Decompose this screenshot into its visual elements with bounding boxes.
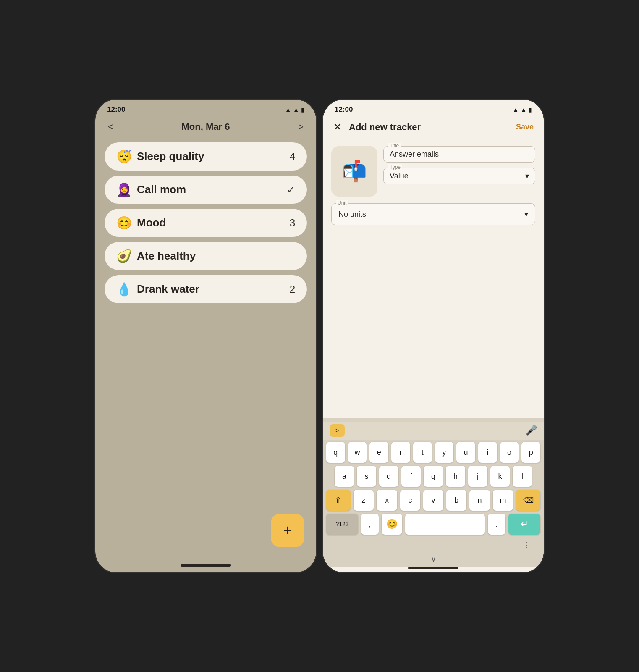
tracker-list: 😴 Sleep quality 4 🧕 Call mom ✓ 😊 Mo <box>95 138 316 505</box>
microphone-button[interactable]: 🎤 <box>526 425 537 436</box>
fab-icon: + <box>283 522 292 539</box>
keyboard-toolbar: > 🎤 <box>323 422 544 440</box>
key-d[interactable]: d <box>379 466 398 487</box>
save-button[interactable]: Save <box>516 123 534 131</box>
right-status-bar: 12:00 ▲ ▲ ▮ <box>323 100 544 117</box>
type-select-value: Value <box>390 172 409 181</box>
keyboard-collapse-button[interactable]: ∨ <box>431 554 436 564</box>
enter-key[interactable]: ↵ <box>508 514 540 535</box>
key-h[interactable]: h <box>446 466 465 487</box>
left-screen: 12:00 ▲ ▲ ▮ < Mon, Mar 6 > 😴 Sleep qua <box>95 100 316 572</box>
key-u[interactable]: u <box>456 442 475 463</box>
top-bar-left: ✕ Add new tracker <box>333 121 421 134</box>
shift-key[interactable]: ⇧ <box>326 490 351 511</box>
type-field-label: Type <box>388 164 402 170</box>
key-r[interactable]: r <box>391 442 410 463</box>
signal-icon: ▲ <box>293 106 299 113</box>
tracker-left: 🧕 Call mom <box>116 183 186 196</box>
right-signal-icon: ▲ <box>521 106 526 113</box>
key-j[interactable]: j <box>468 466 487 487</box>
key-g[interactable]: g <box>424 466 443 487</box>
keyboard-bottom-bar: ⋮⋮⋮ <box>323 538 544 553</box>
period-key[interactable]: . <box>488 514 505 535</box>
add-tracker-fab[interactable]: + <box>271 514 304 547</box>
key-p[interactable]: p <box>521 442 540 463</box>
key-w[interactable]: w <box>348 442 367 463</box>
tracker-item-sleep[interactable]: 😴 Sleep quality 4 <box>105 142 307 171</box>
current-date: Mon, Mar 6 <box>182 121 230 132</box>
unit-select-value: No units <box>338 210 366 219</box>
atehealthy-name: Ate healthy <box>137 249 196 262</box>
right-status-time: 12:00 <box>335 105 353 114</box>
mood-emoji: 😊 <box>116 217 132 229</box>
key-c[interactable]: c <box>400 490 420 511</box>
keyboard-row-3: ⇧ z x c v b n m ⌫ <box>326 490 540 511</box>
key-b[interactable]: b <box>446 490 466 511</box>
comma-key[interactable]: , <box>361 514 379 535</box>
key-f[interactable]: f <box>401 466 421 487</box>
keyboard-area: > 🎤 q w e r t y u i o <box>323 418 544 567</box>
left-status-bar: 12:00 ▲ ▲ ▮ <box>95 100 316 117</box>
emoji-key[interactable]: 😊 <box>382 514 402 535</box>
mood-name: Mood <box>137 216 166 229</box>
close-button[interactable]: ✕ <box>333 121 342 134</box>
form-row-top: 📬 Title Type Value ▾ <box>331 146 535 197</box>
type-dropdown-arrow: ▾ <box>525 171 529 181</box>
key-o[interactable]: o <box>500 442 519 463</box>
type-field-group[interactable]: Type Value ▾ <box>383 168 535 184</box>
keyboard-row-1: q w e r t y u i o p <box>326 442 540 463</box>
key-t[interactable]: t <box>413 442 432 463</box>
atehealthy-emoji: 🥑 <box>116 250 132 262</box>
space-key[interactable] <box>405 514 485 535</box>
tracker-item-atehealthy[interactable]: 🥑 Ate healthy <box>105 242 307 270</box>
drankwater-name: Drank water <box>137 283 199 296</box>
tracker-item-callmom[interactable]: 🧕 Call mom ✓ <box>105 176 307 204</box>
key-n[interactable]: n <box>469 490 490 511</box>
key-m[interactable]: m <box>493 490 513 511</box>
type-select-row: Value ▾ <box>390 171 529 181</box>
home-indicator <box>181 564 231 567</box>
page-title: Add new tracker <box>349 122 421 133</box>
title-input[interactable] <box>390 150 529 159</box>
key-k[interactable]: k <box>490 466 510 487</box>
key-y[interactable]: y <box>435 442 454 463</box>
unit-field-label: Unit <box>336 200 348 206</box>
key-s[interactable]: s <box>357 466 376 487</box>
keyboard-row-2: a s d f g h j k l <box>326 466 540 487</box>
emoji-picker-button[interactable]: 📬 <box>331 146 377 197</box>
key-q[interactable]: q <box>326 442 345 463</box>
tracker-item-drankwater[interactable]: 💧 Drank water 2 <box>105 275 307 303</box>
backspace-key[interactable]: ⌫ <box>516 490 540 511</box>
key-v[interactable]: v <box>423 490 443 511</box>
keyboard-chevron-bar: ∨ <box>323 553 544 567</box>
key-l[interactable]: l <box>513 466 532 487</box>
tracker-left: 😴 Sleep quality <box>116 150 204 163</box>
unit-select-row: No units ▾ <box>338 210 528 219</box>
next-date-button[interactable]: > <box>298 121 304 132</box>
form-area: 📬 Title Type Value ▾ <box>323 139 544 418</box>
key-x[interactable]: x <box>377 490 397 511</box>
key-a[interactable]: a <box>335 466 354 487</box>
unit-field-group[interactable]: Unit No units ▾ <box>331 203 535 225</box>
callmom-check: ✓ <box>287 184 295 196</box>
right-wifi-icon: ▲ <box>513 106 519 113</box>
expand-icon: > <box>335 427 339 434</box>
right-home-indicator <box>408 567 458 569</box>
unit-dropdown-arrow: ▾ <box>524 210 528 219</box>
nav-bar: < Mon, Mar 6 > <box>95 117 316 138</box>
tracker-left: 💧 Drank water <box>116 283 199 296</box>
num-symbols-key[interactable]: ?123 <box>326 514 358 535</box>
tracker-item-mood[interactable]: 😊 Mood 3 <box>105 209 307 237</box>
right-screen: 12:00 ▲ ▲ ▮ ✕ Add new tracker Save <box>323 100 544 572</box>
key-z[interactable]: z <box>354 490 374 511</box>
callmom-emoji: 🧕 <box>116 184 132 196</box>
keyboard-switcher-icon[interactable]: ⋮⋮⋮ <box>515 540 538 549</box>
keyboard-expand-button[interactable]: > <box>330 424 345 437</box>
prev-date-button[interactable]: < <box>108 121 113 132</box>
title-field-group: Title <box>383 146 535 163</box>
right-phone: 12:00 ▲ ▲ ▮ ✕ Add new tracker Save <box>322 99 545 573</box>
left-status-time: 12:00 <box>107 105 125 114</box>
mood-value: 3 <box>290 217 295 229</box>
key-i[interactable]: i <box>478 442 497 463</box>
key-e[interactable]: e <box>369 442 388 463</box>
